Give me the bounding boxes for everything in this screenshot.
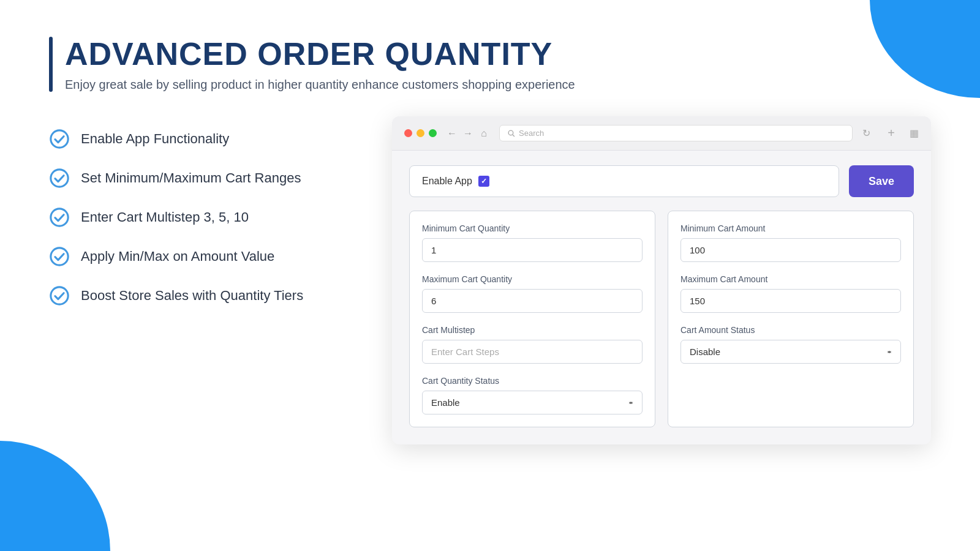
- max-qty-field: Maximum Cart Quantity: [422, 274, 643, 313]
- home-icon[interactable]: ⌂: [478, 128, 489, 139]
- list-item: Boost Store Sales with Quantity Tiers: [49, 285, 355, 306]
- browser-search-bar[interactable]: Search: [499, 125, 853, 141]
- max-amount-field: Maximum Cart Amount: [680, 274, 901, 313]
- min-amount-field: Minimum Cart Amount: [680, 223, 901, 262]
- header-border-accent: [49, 37, 53, 92]
- feature-label: Set Minimum/Maximum Cart Ranges: [81, 170, 301, 186]
- minimize-dot[interactable]: [417, 129, 424, 137]
- multistep-label: Cart Multistep: [422, 325, 643, 335]
- min-qty-input[interactable]: [422, 238, 643, 262]
- check-circle-icon: [49, 168, 70, 189]
- min-qty-field: Minimum Cart Quantity: [422, 223, 643, 262]
- features-list: Enable App Functionality Set Minimum/Max…: [49, 116, 355, 324]
- search-icon: [507, 129, 515, 137]
- browser-toolbar: ← → ⌂ Search ↻ + ▦: [392, 116, 931, 151]
- multistep-input[interactable]: [422, 340, 643, 364]
- max-qty-label: Maximum Cart Quantity: [422, 274, 643, 284]
- reload-icon[interactable]: ↻: [862, 127, 870, 139]
- amount-status-field: Cart Amount Status Disable Enable: [680, 325, 901, 364]
- back-icon[interactable]: ←: [447, 128, 458, 139]
- check-circle-icon: [49, 285, 70, 306]
- feature-label: Enter Cart Multistep 3, 5, 10: [81, 209, 249, 225]
- browser-content: Enable App Save Minimum Cart Quantity: [392, 151, 931, 444]
- enable-app-checkbox[interactable]: [478, 176, 489, 187]
- browser-nav-icons: ← → ⌂: [447, 128, 489, 139]
- tabs-icon[interactable]: ▦: [910, 127, 919, 139]
- page-subtitle: Enjoy great sale by selling product in h…: [65, 78, 575, 92]
- left-form-panel: Minimum Cart Quantity Maximum Cart Quant…: [409, 211, 655, 427]
- list-item: Set Minimum/Maximum Cart Ranges: [49, 168, 355, 189]
- close-dot[interactable]: [404, 129, 412, 137]
- search-placeholder: Search: [519, 129, 544, 138]
- qty-status-select[interactable]: Enable Disable: [422, 391, 643, 414]
- svg-point-3: [51, 248, 68, 265]
- amount-status-select[interactable]: Disable Enable: [680, 340, 901, 364]
- enable-app-row: Enable App Save: [409, 165, 914, 197]
- feature-label: Enable App Functionality: [81, 131, 229, 147]
- max-amount-label: Maximum Cart Amount: [680, 274, 901, 284]
- check-circle-icon: [49, 207, 70, 228]
- svg-point-5: [508, 130, 513, 135]
- qty-status-label: Cart Quantity Status: [422, 376, 643, 386]
- page-header: ADVANCED ORDER QUANTITY Enjoy great sale…: [49, 37, 931, 92]
- feature-label: Apply Min/Max on Amount Value: [81, 249, 274, 264]
- window-dots: [404, 129, 437, 137]
- svg-point-4: [51, 287, 68, 304]
- list-item: Apply Min/Max on Amount Value: [49, 246, 355, 267]
- maximize-dot[interactable]: [429, 129, 437, 137]
- svg-point-2: [51, 209, 68, 226]
- enable-app-label: Enable App: [422, 176, 472, 187]
- svg-point-0: [51, 130, 68, 148]
- amount-status-label: Cart Amount Status: [680, 325, 901, 335]
- min-qty-label: Minimum Cart Quantity: [422, 223, 643, 233]
- save-button[interactable]: Save: [849, 165, 914, 197]
- add-tab-icon[interactable]: +: [888, 126, 895, 140]
- svg-point-1: [51, 170, 68, 187]
- qty-status-field: Cart Quantity Status Enable Disable: [422, 376, 643, 414]
- enable-app-field: Enable App: [409, 165, 839, 197]
- feature-label: Boost Store Sales with Quantity Tiers: [81, 288, 303, 304]
- list-item: Enter Cart Multistep 3, 5, 10: [49, 207, 355, 228]
- svg-line-6: [513, 135, 514, 137]
- max-amount-input[interactable]: [680, 289, 901, 313]
- form-grid: Minimum Cart Quantity Maximum Cart Quant…: [409, 211, 914, 427]
- multistep-field: Cart Multistep: [422, 325, 643, 364]
- max-qty-input[interactable]: [422, 289, 643, 313]
- min-amount-label: Minimum Cart Amount: [680, 223, 901, 233]
- browser-mockup: ← → ⌂ Search ↻ + ▦ En: [392, 116, 931, 444]
- check-circle-icon: [49, 129, 70, 149]
- list-item: Enable App Functionality: [49, 129, 355, 149]
- forward-icon[interactable]: →: [462, 128, 473, 139]
- page-title: ADVANCED ORDER QUANTITY: [65, 37, 575, 72]
- check-circle-icon: [49, 246, 70, 267]
- right-form-panel: Minimum Cart Amount Maximum Cart Amount …: [668, 211, 914, 427]
- min-amount-input[interactable]: [680, 238, 901, 262]
